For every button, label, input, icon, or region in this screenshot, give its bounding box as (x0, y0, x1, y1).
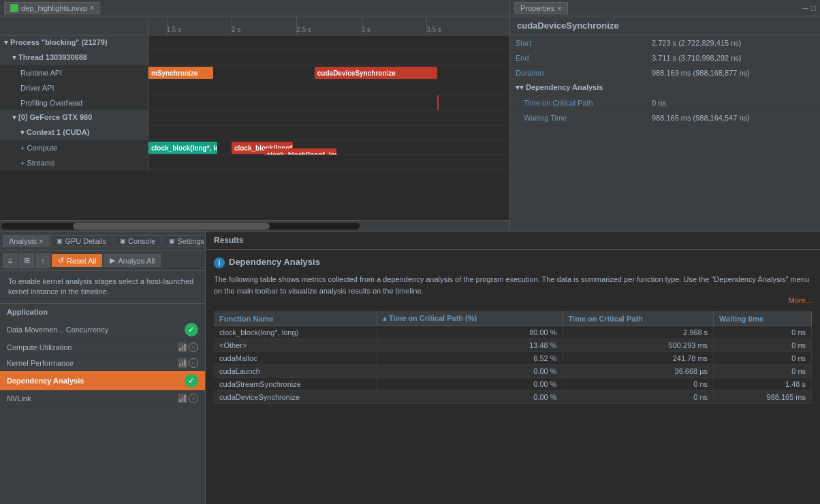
col-critical-pct[interactable]: ▴ Time on Critical Path (%) (377, 311, 563, 326)
td-critical-1: 500.293 ms (563, 339, 714, 352)
list-view-button[interactable]: ≡ (3, 253, 18, 268)
td-waiting-1: 0 ns (714, 339, 812, 352)
compute-content: clock_block(long*, long) clock_block(lon… (148, 140, 509, 155)
compute-util-check-empty: ○ (189, 343, 198, 352)
reset-all-button[interactable]: ↺ Reset All (52, 254, 102, 267)
prop-key-critical: Time on Critical Path (510, 95, 646, 110)
analysis-item-kernel-perf[interactable]: Kernel Performance ○ (0, 356, 205, 371)
data-movement-label: Data Movemen... Concurrency (7, 326, 185, 334)
col-function-name[interactable]: Function Name (214, 311, 377, 326)
col-critical-abs[interactable]: Time on Critical Path (563, 311, 714, 326)
info-box: i Dependency Analysis (214, 257, 812, 268)
timeline-row-streams[interactable]: + Streams (0, 155, 509, 170)
compute-util-label: Compute Utilization (7, 343, 178, 351)
timeline-tab-label: dep_highlights.nvvp (21, 4, 87, 12)
col-critical-pct-label: Time on Critical Path (%) (389, 314, 477, 322)
td-fn-0: clock_block(long*, long) (214, 326, 377, 339)
properties-tab[interactable]: Properties × (514, 2, 568, 14)
properties-tab-close[interactable]: × (557, 4, 561, 12)
runtime-api-content: mSynchronize cudaDeviceSynchronize (148, 65, 509, 80)
prop-row-critical: Time on Critical Path 0 ns (510, 95, 820, 110)
tab-gpu-details[interactable]: ▣ GPU Details (50, 235, 112, 247)
analysis-left: Analysis × ▣ GPU Details ▣ Console ▣ Set… (0, 232, 206, 504)
tab-analysis-close[interactable]: × (39, 237, 43, 245)
table-row[interactable]: cudaMalloc 6.52 % 241.78 ms 0 ns (214, 352, 812, 365)
context-label: ▾ Context 1 (CUDA) (0, 125, 148, 140)
timeline-tab[interactable]: dep_highlights.nvvp × (4, 2, 100, 14)
tab-settings-icon: ▣ (169, 238, 175, 245)
timeline-header-left (0, 16, 148, 35)
timeline-panel: dep_highlights.nvvp × 1.5 s 2 s 2.5 s 3 … (0, 0, 510, 231)
bar-clock1[interactable]: clock_block(long*, long) (148, 142, 217, 154)
detail-view-button[interactable]: ⊞ (19, 253, 34, 268)
bar-clock3[interactable]: clock_block(long*, long) (264, 148, 336, 155)
timeline-row-context[interactable]: ▾ Context 1 (CUDA) (0, 125, 509, 140)
streams-text: + Streams (20, 159, 54, 167)
geforce-label: ▾ [0] GeForce GTX 980 (0, 110, 148, 125)
td-waiting-0: 0 ns (714, 326, 812, 339)
td-pct-2: 6.52 % (377, 352, 563, 365)
table-row[interactable]: cudaStreamSynchronize 0.00 % 0 ns 1.48 s (214, 378, 812, 391)
td-waiting-2: 0 ns (714, 352, 812, 365)
prop-value-critical: 0 ns (646, 95, 820, 110)
process-label-text: ▾ Process "blocking" (21279) (4, 38, 108, 47)
td-fn-2: cudaMalloc (214, 352, 377, 365)
reset-icon: ↺ (58, 256, 64, 265)
analysis-item-dep-analysis[interactable]: Dependency Analysis ✓ (0, 371, 205, 391)
profiling-label: Profiling Overhead (0, 95, 148, 110)
dep-analysis-title: Dependency Analysis (229, 257, 320, 267)
prop-tab-icons: ─ □ (802, 3, 816, 13)
results-header: Results (206, 232, 820, 250)
scrollbar-track[interactable] (1, 223, 360, 230)
dep-section-label: ▾ Dependency Analysis (520, 83, 603, 92)
timeline-row-geforce[interactable]: ▾ [0] GeForce GTX 980 (0, 110, 509, 125)
table-row[interactable]: <Other> 13.48 % 500.293 ms 0 ns (214, 339, 812, 352)
td-critical-2: 241.78 ms (563, 352, 714, 365)
prop-row-start: Start 2.723 s (2,722,829,415 ns) (510, 35, 820, 50)
context-text: ▾ Context 1 (CUDA) (20, 128, 89, 137)
prop-value-duration: 988.169 ms (988,168,877 ns) (646, 65, 820, 80)
tab-analysis[interactable]: Analysis × (3, 235, 49, 247)
timeline-row-profiling[interactable]: Profiling Overhead (0, 95, 509, 110)
td-pct-5: 0.00 % (377, 391, 563, 404)
timeline-row-process[interactable]: ▾ Process "blocking" (21279) (0, 35, 509, 50)
bar-cuda-device-sync[interactable]: cudaDeviceSynchronize (315, 67, 437, 79)
timeline-tab-close[interactable]: × (90, 4, 94, 12)
sort-arrow: ▴ (383, 314, 389, 322)
analysis-item-compute-util[interactable]: Compute Utilization ○ (0, 340, 205, 356)
timeline-row-compute[interactable]: + Compute clock_block(long*, long) clock… (0, 140, 509, 155)
minimize-icon[interactable]: ─ (802, 3, 808, 13)
table-row[interactable]: cudaLaunch 0.00 % 36.668 µs 0 ns (214, 365, 812, 378)
results-table-header-row: Function Name ▴ Time on Critical Path (%… (214, 311, 812, 326)
timeline-row-runtime-api[interactable]: Runtime API mSynchronize cudaDeviceSynch… (0, 65, 509, 80)
analyze-all-button[interactable]: ▶ Analyze All (104, 254, 161, 267)
properties-title: cudaDeviceSynchronize (510, 16, 820, 35)
td-critical-4: 0 ns (563, 378, 714, 391)
bar-msync[interactable]: mSynchronize (148, 67, 213, 79)
up-button[interactable]: ↑ (35, 253, 50, 268)
analysis-item-nvlink[interactable]: NVLink ○ (0, 391, 205, 407)
timeline-rows: ▾ Process "blocking" (21279) ▾ Thread 13… (0, 35, 509, 220)
prop-row-dep-section[interactable]: ▾ ▾ Dependency Analysis (510, 80, 820, 95)
table-row[interactable]: cudaDeviceSynchronize 0.00 % 0 ns 988.16… (214, 391, 812, 404)
td-fn-4: cudaStreamSynchronize (214, 378, 377, 391)
td-waiting-4: 1.48 s (714, 378, 812, 391)
more-link[interactable]: More... (789, 296, 812, 304)
analysis-tab-bar: Analysis × ▣ GPU Details ▣ Console ▣ Set… (0, 232, 205, 251)
scrollbar-thumb[interactable] (73, 223, 270, 230)
td-pct-3: 0.00 % (377, 365, 563, 378)
prop-key-duration: Duration (510, 65, 646, 80)
prop-value-end: 3.711 s (3,710,998,292 ns) (646, 50, 820, 65)
prop-row-duration: Duration 988.169 ms (988,168,877 ns) (510, 65, 820, 80)
timeline-row-thread[interactable]: ▾ Thread 1303930688 (0, 50, 509, 65)
col-waiting[interactable]: Waiting time (714, 311, 812, 326)
timeline-scrollbar[interactable] (0, 220, 509, 231)
maximize-icon[interactable]: □ (811, 3, 816, 13)
thread-label-text: ▾ Thread 1303930688 (12, 53, 87, 62)
tab-settings[interactable]: ▣ Settings (163, 235, 205, 247)
analysis-item-data-movement[interactable]: Data Movemen... Concurrency ✓ (0, 320, 205, 340)
compute-label: + Compute (0, 140, 148, 155)
timeline-row-driver-api[interactable]: Driver API (0, 80, 509, 95)
tab-console[interactable]: ▣ Console (114, 235, 161, 247)
table-row[interactable]: clock_block(long*, long) 80.00 % 2.968 s… (214, 326, 812, 339)
